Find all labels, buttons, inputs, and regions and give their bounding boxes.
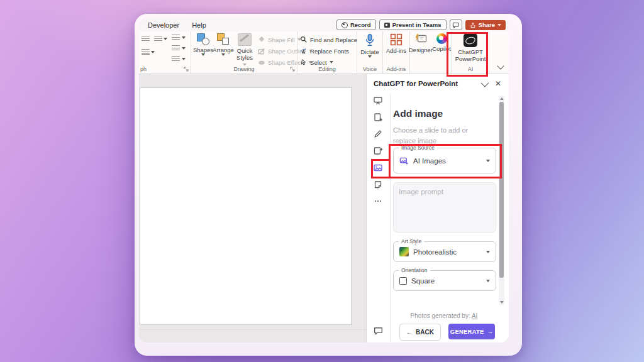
image-source-dropdown[interactable]: Image Source AI Images bbox=[393, 148, 496, 173]
art-style-thumbnail bbox=[399, 247, 409, 256]
ai-images-icon bbox=[399, 156, 409, 165]
chatgpt-icon bbox=[464, 33, 477, 47]
collapse-ribbon-icon[interactable] bbox=[497, 62, 504, 69]
note-icon bbox=[373, 180, 383, 190]
document-add-icon bbox=[373, 112, 383, 123]
workspace: ChatGPT for PowerPoint ✕ bbox=[139, 74, 509, 343]
credit-link[interactable]: AI bbox=[472, 312, 477, 319]
quick-styles-button[interactable]: Quick Styles bbox=[234, 33, 255, 68]
pane-heading: Add image bbox=[393, 108, 443, 119]
share-button[interactable]: Share bbox=[465, 20, 506, 30]
indent-icon[interactable] bbox=[142, 49, 150, 55]
designer-button[interactable]: Designer bbox=[410, 33, 431, 53]
line-spacing-icon[interactable] bbox=[172, 35, 180, 40]
close-icon[interactable]: ✕ bbox=[495, 80, 501, 87]
add-ins-grid-icon bbox=[390, 33, 402, 46]
quick-styles-icon bbox=[238, 33, 252, 46]
scrollbar-thumb[interactable] bbox=[499, 102, 504, 278]
caret-down-icon bbox=[486, 251, 490, 253]
ribbon: ph Shapes Arrange bbox=[139, 31, 509, 74]
replace-fonts-icon bbox=[300, 47, 308, 55]
back-arrow-icon: ← bbox=[406, 329, 413, 336]
copilot-button[interactable]: Copilot bbox=[431, 33, 452, 52]
chevron-down-icon[interactable] bbox=[480, 79, 489, 87]
slide-canvas[interactable] bbox=[140, 87, 352, 325]
more-dots-icon bbox=[373, 196, 383, 206]
photos-credit: Photos generated by: AI bbox=[393, 312, 495, 319]
columns-icon[interactable] bbox=[172, 45, 180, 51]
orientation-label: Orientation bbox=[399, 267, 430, 273]
caret-down-icon bbox=[182, 47, 186, 50]
text-direction-icon[interactable] bbox=[172, 56, 180, 62]
powerpoint-window: Developer Help Record Present in Teams bbox=[135, 14, 522, 356]
desktop-background: Developer Help Record Present in Teams bbox=[0, 0, 644, 362]
replace-fonts-button[interactable]: Replace Fonts bbox=[300, 45, 357, 57]
ai-group-label: AI bbox=[452, 66, 489, 72]
image-source-value: AI Images bbox=[413, 157, 446, 165]
sidebar-item-slides[interactable] bbox=[372, 94, 384, 107]
paragraph-group-label: ph bbox=[139, 66, 191, 72]
scroll-up-icon[interactable] bbox=[500, 97, 504, 100]
ribbon-group-drawing: Shapes Arrange Quick Styles bbox=[191, 31, 297, 74]
shapes-button[interactable]: Shapes bbox=[192, 33, 214, 56]
shapes-icon bbox=[197, 33, 209, 45]
sidebar-item-add-text[interactable] bbox=[372, 111, 384, 124]
cursor-icon bbox=[300, 58, 308, 66]
dialog-launcher-icon[interactable] bbox=[184, 67, 189, 72]
image-source-label: Image Source bbox=[399, 145, 437, 151]
present-in-teams-button[interactable]: Present in Teams bbox=[379, 19, 447, 30]
find-and-replace-button[interactable]: Find and Replace bbox=[300, 34, 357, 45]
art-style-value: Photorealistic bbox=[413, 248, 457, 256]
caret-down-icon bbox=[182, 36, 186, 39]
chatgpt-task-pane: ChatGPT for PowerPoint ✕ bbox=[366, 74, 509, 343]
generate-arrow-icon: → bbox=[487, 328, 493, 335]
powerpoint-app: Developer Help Record Present in Teams bbox=[139, 18, 509, 343]
dialog-launcher-icon[interactable] bbox=[290, 67, 296, 72]
generate-button[interactable]: GENERATE → bbox=[448, 324, 495, 339]
scroll-down-icon[interactable] bbox=[500, 301, 504, 304]
ribbon-group-addins: Add-ins Add-ins bbox=[383, 31, 410, 74]
voice-group-label: Voice bbox=[357, 66, 382, 72]
image-icon bbox=[373, 163, 383, 173]
art-style-label: Art Style bbox=[399, 238, 424, 244]
back-button[interactable]: ← BACK bbox=[399, 324, 441, 341]
sidebar-item-rewrite[interactable] bbox=[372, 145, 384, 157]
caret-down-icon bbox=[151, 51, 155, 53]
caret-down-icon bbox=[330, 61, 333, 63]
share-icon bbox=[470, 22, 476, 28]
sidebar-item-image[interactable] bbox=[372, 162, 384, 174]
sidebar-item-notes[interactable] bbox=[372, 178, 384, 191]
comments-button[interactable] bbox=[450, 19, 462, 30]
image-prompt-input[interactable] bbox=[393, 182, 496, 233]
editing-group-label: Editing bbox=[297, 66, 357, 72]
caret-down-icon bbox=[201, 53, 205, 56]
record-button[interactable]: Record bbox=[336, 19, 376, 30]
numbered-list-icon[interactable] bbox=[154, 36, 162, 41]
pane-subtitle: Choose a slide to add or replace image bbox=[393, 125, 490, 146]
art-style-dropdown[interactable]: Art Style Photorealistic bbox=[393, 241, 496, 262]
microphone-icon bbox=[364, 33, 376, 47]
add-ins-button[interactable]: Add-ins bbox=[386, 33, 407, 54]
document-sparkle-icon bbox=[373, 146, 383, 156]
menu-help[interactable]: Help bbox=[186, 21, 213, 29]
caret-down-icon bbox=[221, 53, 225, 56]
sidebar-item-more[interactable] bbox=[372, 195, 384, 207]
caret-down-icon bbox=[182, 58, 186, 60]
pencil-icon bbox=[373, 129, 383, 139]
menu-developer[interactable]: Developer bbox=[139, 21, 186, 29]
bullet-list-icon[interactable] bbox=[142, 36, 150, 41]
sidebar-item-edit[interactable] bbox=[372, 128, 384, 140]
ribbon-filler bbox=[489, 31, 509, 74]
record-icon bbox=[341, 22, 348, 28]
dictate-button[interactable]: Dictate bbox=[359, 33, 380, 58]
chatgpt-powerpoint-button[interactable]: ChatGPT PowerPoint bbox=[460, 33, 481, 62]
shape-outline-icon bbox=[258, 47, 265, 55]
copilot-icon bbox=[436, 33, 447, 44]
orientation-value: Square bbox=[411, 277, 435, 285]
pane-scrollbar[interactable] bbox=[499, 96, 504, 305]
orientation-dropdown[interactable]: Orientation Square bbox=[393, 270, 496, 291]
sidebar-item-chat[interactable] bbox=[372, 324, 384, 337]
addins-group-label: Add-ins bbox=[383, 66, 409, 72]
arrange-button[interactable]: Arrange bbox=[213, 33, 234, 56]
caret-down-icon bbox=[497, 24, 501, 26]
